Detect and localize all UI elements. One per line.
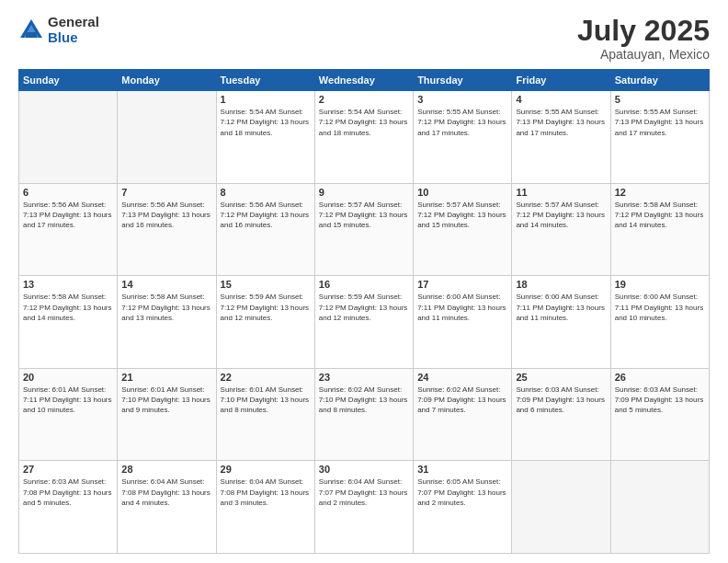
day-info: Sunrise: 5:59 AM Sunset: 7:12 PM Dayligh… (221, 292, 311, 323)
weekday-tuesday: Tuesday (216, 70, 314, 91)
day-info: Sunrise: 6:03 AM Sunset: 7:08 PM Dayligh… (23, 477, 113, 508)
day-info: Sunrise: 6:04 AM Sunset: 7:07 PM Dayligh… (319, 477, 409, 508)
calendar-cell: 5Sunrise: 5:55 AM Sunset: 7:13 PM Daylig… (610, 91, 709, 184)
calendar-cell (610, 461, 709, 554)
day-info: Sunrise: 5:57 AM Sunset: 7:12 PM Dayligh… (319, 200, 409, 231)
calendar-cell: 13Sunrise: 5:58 AM Sunset: 7:12 PM Dayli… (19, 276, 118, 369)
calendar-cell: 17Sunrise: 6:00 AM Sunset: 7:11 PM Dayli… (414, 276, 512, 369)
weekday-saturday: Saturday (610, 70, 709, 91)
calendar-cell (512, 461, 610, 554)
day-info: Sunrise: 5:56 AM Sunset: 7:13 PM Dayligh… (23, 200, 113, 231)
day-info: Sunrise: 5:57 AM Sunset: 7:12 PM Dayligh… (516, 200, 606, 231)
calendar-cell: 14Sunrise: 5:58 AM Sunset: 7:12 PM Dayli… (118, 276, 216, 369)
day-number: 19 (615, 279, 705, 290)
day-info: Sunrise: 6:04 AM Sunset: 7:08 PM Dayligh… (121, 477, 211, 508)
day-info: Sunrise: 5:58 AM Sunset: 7:12 PM Dayligh… (615, 200, 705, 231)
calendar-cell: 27Sunrise: 6:03 AM Sunset: 7:08 PM Dayli… (19, 461, 118, 554)
calendar-cell: 1Sunrise: 5:54 AM Sunset: 7:12 PM Daylig… (216, 91, 314, 184)
logo: General Blue (18, 15, 99, 45)
day-info: Sunrise: 5:58 AM Sunset: 7:12 PM Dayligh… (23, 292, 113, 323)
day-info: Sunrise: 5:57 AM Sunset: 7:12 PM Dayligh… (417, 200, 507, 231)
logo-general: General (48, 15, 99, 30)
day-info: Sunrise: 6:02 AM Sunset: 7:10 PM Dayligh… (319, 385, 409, 416)
weekday-row: Sunday Monday Tuesday Wednesday Thursday… (19, 70, 710, 91)
day-info: Sunrise: 5:55 AM Sunset: 7:12 PM Dayligh… (417, 107, 507, 138)
day-number: 22 (221, 372, 311, 383)
calendar-cell: 24Sunrise: 6:02 AM Sunset: 7:09 PM Dayli… (414, 368, 512, 461)
calendar-cell: 30Sunrise: 6:04 AM Sunset: 7:07 PM Dayli… (314, 461, 413, 554)
day-info: Sunrise: 6:00 AM Sunset: 7:11 PM Dayligh… (417, 292, 507, 323)
day-number: 8 (221, 187, 311, 198)
week-row-1: 1Sunrise: 5:54 AM Sunset: 7:12 PM Daylig… (19, 91, 710, 184)
calendar-cell: 19Sunrise: 6:00 AM Sunset: 7:11 PM Dayli… (610, 276, 709, 369)
day-number: 29 (221, 464, 311, 475)
calendar-cell: 20Sunrise: 6:01 AM Sunset: 7:11 PM Dayli… (19, 368, 118, 461)
calendar-cell: 12Sunrise: 5:58 AM Sunset: 7:12 PM Dayli… (610, 183, 709, 276)
day-info: Sunrise: 6:00 AM Sunset: 7:11 PM Dayligh… (615, 292, 705, 323)
day-info: Sunrise: 6:04 AM Sunset: 7:08 PM Dayligh… (221, 477, 311, 508)
calendar-cell: 23Sunrise: 6:02 AM Sunset: 7:10 PM Dayli… (314, 368, 413, 461)
day-number: 18 (516, 279, 606, 290)
calendar-cell: 29Sunrise: 6:04 AM Sunset: 7:08 PM Dayli… (216, 461, 314, 554)
day-number: 30 (319, 464, 409, 475)
calendar-cell: 3Sunrise: 5:55 AM Sunset: 7:12 PM Daylig… (414, 91, 512, 184)
svg-rect-2 (26, 32, 37, 38)
day-info: Sunrise: 5:55 AM Sunset: 7:13 PM Dayligh… (516, 107, 606, 138)
day-info: Sunrise: 5:58 AM Sunset: 7:12 PM Dayligh… (121, 292, 211, 323)
day-number: 14 (121, 279, 211, 290)
day-number: 10 (417, 187, 507, 198)
day-info: Sunrise: 6:05 AM Sunset: 7:07 PM Dayligh… (417, 477, 507, 508)
day-number: 11 (516, 187, 606, 198)
day-info: Sunrise: 6:03 AM Sunset: 7:09 PM Dayligh… (516, 385, 606, 416)
day-info: Sunrise: 6:01 AM Sunset: 7:10 PM Dayligh… (121, 385, 211, 416)
page: General Blue July 2025 Apatauyan, Mexico… (0, 0, 728, 563)
calendar-cell: 15Sunrise: 5:59 AM Sunset: 7:12 PM Dayli… (216, 276, 314, 369)
day-number: 26 (615, 372, 705, 383)
calendar-cell: 28Sunrise: 6:04 AM Sunset: 7:08 PM Dayli… (118, 461, 216, 554)
calendar-cell: 25Sunrise: 6:03 AM Sunset: 7:09 PM Dayli… (512, 368, 610, 461)
header: General Blue July 2025 Apatauyan, Mexico (18, 15, 710, 62)
day-number: 1 (221, 94, 311, 105)
day-number: 4 (516, 94, 606, 105)
day-number: 3 (417, 94, 507, 105)
week-row-4: 20Sunrise: 6:01 AM Sunset: 7:11 PM Dayli… (19, 368, 710, 461)
day-number: 21 (121, 372, 211, 383)
calendar-cell: 8Sunrise: 5:56 AM Sunset: 7:12 PM Daylig… (216, 183, 314, 276)
day-info: Sunrise: 5:59 AM Sunset: 7:12 PM Dayligh… (319, 292, 409, 323)
calendar-body: 1Sunrise: 5:54 AM Sunset: 7:12 PM Daylig… (19, 91, 710, 554)
calendar-cell: 26Sunrise: 6:03 AM Sunset: 7:09 PM Dayli… (610, 368, 709, 461)
calendar-cell (19, 91, 118, 184)
calendar-cell: 7Sunrise: 5:56 AM Sunset: 7:13 PM Daylig… (118, 183, 216, 276)
day-info: Sunrise: 5:56 AM Sunset: 7:13 PM Dayligh… (121, 200, 211, 231)
calendar-table: Sunday Monday Tuesday Wednesday Thursday… (18, 69, 710, 554)
week-row-5: 27Sunrise: 6:03 AM Sunset: 7:08 PM Dayli… (19, 461, 710, 554)
calendar-cell: 22Sunrise: 6:01 AM Sunset: 7:10 PM Dayli… (216, 368, 314, 461)
day-info: Sunrise: 6:02 AM Sunset: 7:09 PM Dayligh… (417, 385, 507, 416)
day-number: 24 (417, 372, 507, 383)
day-info: Sunrise: 6:01 AM Sunset: 7:11 PM Dayligh… (23, 385, 113, 416)
calendar-cell: 16Sunrise: 5:59 AM Sunset: 7:12 PM Dayli… (314, 276, 413, 369)
calendar-header: Sunday Monday Tuesday Wednesday Thursday… (19, 70, 710, 91)
day-number: 23 (319, 372, 409, 383)
day-number: 15 (221, 279, 311, 290)
logo-text: General Blue (48, 15, 99, 45)
day-number: 7 (121, 187, 211, 198)
day-info: Sunrise: 6:00 AM Sunset: 7:11 PM Dayligh… (516, 292, 606, 323)
weekday-thursday: Thursday (414, 70, 512, 91)
logo-blue: Blue (48, 30, 99, 46)
day-number: 25 (516, 372, 606, 383)
day-info: Sunrise: 5:54 AM Sunset: 7:12 PM Dayligh… (319, 107, 409, 138)
calendar-cell: 10Sunrise: 5:57 AM Sunset: 7:12 PM Dayli… (414, 183, 512, 276)
day-number: 31 (417, 464, 507, 475)
day-number: 6 (23, 187, 113, 198)
day-info: Sunrise: 5:55 AM Sunset: 7:13 PM Dayligh… (615, 107, 705, 138)
day-number: 5 (615, 94, 705, 105)
day-info: Sunrise: 5:54 AM Sunset: 7:12 PM Dayligh… (221, 107, 311, 138)
day-number: 13 (23, 279, 113, 290)
logo-icon (18, 17, 44, 43)
title-block: July 2025 Apatauyan, Mexico (577, 15, 710, 62)
calendar-cell (118, 91, 216, 184)
weekday-monday: Monday (118, 70, 216, 91)
day-number: 9 (319, 187, 409, 198)
calendar-cell: 31Sunrise: 6:05 AM Sunset: 7:07 PM Dayli… (414, 461, 512, 554)
